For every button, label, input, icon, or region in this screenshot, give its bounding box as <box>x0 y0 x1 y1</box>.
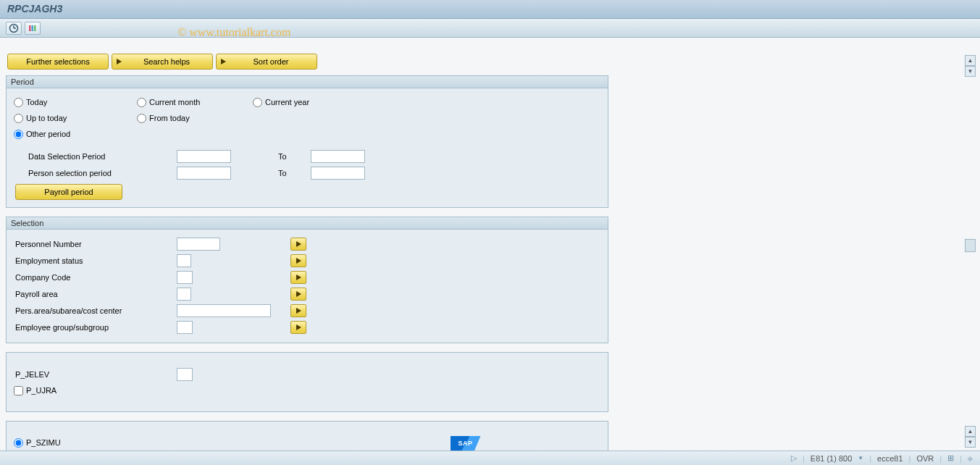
payroll-area-input[interactable] <box>177 288 191 301</box>
radio-other-period[interactable]: Other period <box>14 130 137 139</box>
selection-buttons-row: Further selections Search helps Sort ord… <box>7 54 971 70</box>
pers-area-input[interactable] <box>177 304 271 317</box>
sel-row-personnel-number: Personnel Number <box>14 235 600 252</box>
status-nav-icon[interactable]: ▷ <box>791 453 797 463</box>
personnel-number-input[interactable] <box>177 238 220 251</box>
sort-order-button[interactable]: Sort order <box>216 54 317 70</box>
radio-current-year[interactable]: Current year <box>253 98 369 107</box>
params-group-2: P_SZIMU P_GENER <box>6 421 608 453</box>
person-selection-label: Person selection period <box>14 169 177 177</box>
svg-rect-3 <box>34 25 36 31</box>
more-icon[interactable] <box>290 238 306 251</box>
params-group-1: P_JELEV P_UJRA <box>6 352 608 412</box>
p-jelev-input[interactable] <box>177 368 193 381</box>
company-code-input[interactable] <box>177 271 193 284</box>
more-icon[interactable] <box>290 321 306 334</box>
radio-from-today[interactable]: From today <box>137 114 253 123</box>
more-icon[interactable] <box>290 288 306 301</box>
more-icon[interactable] <box>290 254 306 267</box>
status-layout-icon[interactable]: ⊞ <box>947 453 954 463</box>
radio-today[interactable]: Today <box>14 98 137 107</box>
to-label: To <box>278 152 311 161</box>
period-header: Period <box>7 76 608 88</box>
payroll-period-button[interactable]: Payroll period <box>15 184 122 200</box>
data-selection-to-input[interactable] <box>311 150 365 163</box>
content-area: Further selections Search helps Sort ord… <box>0 38 977 453</box>
status-system: E81 (1) 800 <box>811 454 852 463</box>
svg-rect-2 <box>32 25 34 31</box>
further-selections-button[interactable]: Further selections <box>7 54 109 70</box>
employee-group-input[interactable] <box>177 321 193 334</box>
p-ujra-checkbox[interactable] <box>14 386 23 395</box>
period-group: Period Today Current month Current year … <box>6 75 608 208</box>
search-helps-button[interactable]: Search helps <box>112 54 213 70</box>
window-title: RPCJAGH3 <box>7 3 62 14</box>
data-selection-label: Data Selection Period <box>14 152 177 161</box>
sel-row-employee-group: Employee group/subgroup <box>14 319 600 335</box>
more-icon[interactable] <box>290 304 306 317</box>
radio-p-szimu[interactable]: P_SZIMU <box>14 438 61 448</box>
status-server: ecce81 <box>877 454 902 463</box>
radio-current-month[interactable]: Current month <box>137 98 253 107</box>
to-label: To <box>278 169 311 177</box>
p-ujra-label: P_UJRA <box>26 386 56 395</box>
svg-rect-1 <box>29 25 31 31</box>
sel-row-payroll-area: Payroll area <box>14 285 600 302</box>
selection-group: Selection Personnel Number Employment st… <box>6 217 608 343</box>
selection-header: Selection <box>7 217 608 230</box>
employment-status-input[interactable] <box>177 254 191 267</box>
sel-row-company-code: Company Code <box>14 269 600 285</box>
app-toolbar <box>0 19 980 38</box>
status-lock-icon[interactable]: ⎆ <box>968 454 973 463</box>
status-bar: ▷ | E81 (1) 800 ▼ | ecce81 | OVR | ⊞ | ⎆ <box>0 451 980 465</box>
title-bar: RPCJAGH3 <box>0 0 980 19</box>
sel-row-pers-area: Pers.area/subarea/cost center <box>14 302 600 319</box>
variant-icon[interactable] <box>25 22 41 35</box>
data-selection-from-input[interactable] <box>177 150 231 163</box>
radio-up-to-today[interactable]: Up to today <box>14 114 137 123</box>
execute-icon[interactable] <box>6 22 22 35</box>
more-icon[interactable] <box>290 271 306 284</box>
status-mode: OVR <box>916 454 934 463</box>
person-selection-to-input[interactable] <box>311 167 365 180</box>
p-jelev-label: P_JELEV <box>14 370 177 379</box>
person-selection-from-input[interactable] <box>177 167 231 180</box>
sel-row-employment-status: Employment status <box>14 252 600 269</box>
